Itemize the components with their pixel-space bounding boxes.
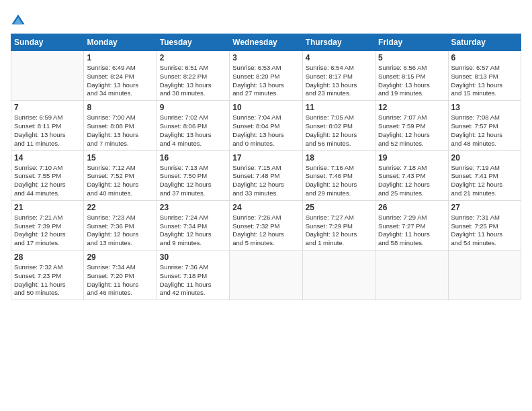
day-info: and 15 minutes.	[451, 89, 518, 98]
day-number: 6	[451, 53, 518, 62]
day-info: Daylight: 12 hours	[306, 131, 372, 140]
day-info: and 50 minutes.	[14, 289, 81, 298]
day-info: Daylight: 13 hours	[87, 81, 153, 90]
day-info: Sunset: 7:20 PM	[87, 272, 153, 281]
day-info: Sunrise: 6:53 AM	[232, 64, 299, 73]
day-info: Sunset: 8:17 PM	[306, 73, 372, 81]
day-number: 12	[378, 103, 445, 112]
day-info: Daylight: 12 hours	[87, 230, 153, 239]
day-info: Daylight: 11 hours	[87, 281, 153, 289]
day-info: Daylight: 13 hours	[87, 131, 153, 140]
day-info: Sunset: 7:41 PM	[451, 172, 518, 181]
day-info: Daylight: 12 hours	[14, 181, 81, 189]
day-info: Sunset: 8:22 PM	[160, 73, 226, 81]
day-info: Sunset: 7:50 PM	[160, 172, 226, 181]
day-info: Sunset: 7:32 PM	[232, 222, 299, 231]
header	[11, 11, 521, 28]
day-number: 20	[451, 153, 518, 163]
day-info: Sunset: 7:34 PM	[160, 222, 226, 231]
day-info: and 44 minutes.	[14, 189, 81, 198]
day-info: Daylight: 12 hours	[87, 181, 153, 189]
day-info: and 9 minutes.	[160, 239, 226, 248]
calendar-cell	[11, 51, 84, 101]
day-info: Daylight: 13 hours	[232, 131, 299, 140]
day-info: Sunset: 7:43 PM	[378, 172, 445, 181]
week-row-1: 1Sunrise: 6:49 AMSunset: 8:24 PMDaylight…	[11, 51, 521, 101]
day-info: and 7 minutes.	[87, 140, 153, 148]
day-info: Sunrise: 7:31 AM	[451, 214, 518, 222]
day-info: and 29 minutes.	[306, 189, 372, 198]
day-info: Daylight: 12 hours	[451, 131, 518, 140]
day-info: Daylight: 11 hours	[14, 281, 81, 289]
day-info: Sunrise: 7:07 AM	[378, 113, 445, 122]
day-info: Daylight: 13 hours	[306, 81, 372, 90]
day-info: Sunrise: 7:32 AM	[14, 263, 81, 272]
calendar-cell: 19Sunrise: 7:18 AMSunset: 7:43 PMDayligh…	[375, 150, 448, 200]
day-info: Sunset: 8:04 PM	[232, 122, 299, 131]
day-number: 16	[160, 153, 226, 163]
calendar-cell: 1Sunrise: 6:49 AMSunset: 8:24 PMDaylight…	[84, 51, 157, 101]
calendar-cell: 22Sunrise: 7:23 AMSunset: 7:36 PMDayligh…	[84, 200, 157, 250]
day-info: Daylight: 11 hours	[378, 230, 445, 239]
calendar-cell: 12Sunrise: 7:07 AMSunset: 7:59 PMDayligh…	[375, 101, 448, 150]
weekday-header-monday: Monday	[84, 34, 157, 51]
day-info: and 34 minutes.	[87, 89, 153, 98]
day-info: Daylight: 13 hours	[160, 81, 226, 90]
day-info: Sunrise: 7:21 AM	[14, 214, 81, 222]
calendar-cell: 10Sunrise: 7:04 AMSunset: 8:04 PMDayligh…	[230, 101, 302, 150]
day-info: Daylight: 12 hours	[232, 181, 299, 189]
day-info: Sunset: 7:18 PM	[160, 272, 226, 281]
day-info: Sunrise: 7:23 AM	[87, 214, 153, 222]
day-info: Sunrise: 7:19 AM	[451, 164, 518, 173]
day-info: Sunrise: 7:05 AM	[306, 113, 372, 122]
day-number: 19	[378, 153, 445, 163]
day-number: 23	[160, 203, 226, 212]
day-info: Sunset: 7:57 PM	[451, 122, 518, 131]
calendar-cell: 16Sunrise: 7:13 AMSunset: 7:50 PMDayligh…	[157, 150, 229, 200]
weekday-header-tuesday: Tuesday	[157, 34, 229, 51]
day-info: Sunrise: 6:57 AM	[451, 64, 518, 73]
day-number: 30	[160, 253, 226, 262]
weekday-header-sunday: Sunday	[11, 34, 84, 51]
day-info: Daylight: 12 hours	[306, 181, 372, 189]
day-info: Daylight: 13 hours	[451, 81, 518, 90]
day-info: and 58 minutes.	[378, 239, 445, 248]
day-info: Daylight: 13 hours	[232, 81, 299, 90]
day-number: 21	[14, 203, 81, 212]
day-info: Sunset: 7:52 PM	[87, 172, 153, 181]
day-info: Daylight: 13 hours	[160, 131, 226, 140]
calendar-cell: 25Sunrise: 7:27 AMSunset: 7:29 PMDayligh…	[302, 200, 375, 250]
calendar-cell	[302, 250, 375, 300]
calendar-cell: 4Sunrise: 6:54 AMSunset: 8:17 PMDaylight…	[302, 51, 375, 101]
day-info: and 19 minutes.	[378, 89, 445, 98]
day-info: and 5 minutes.	[232, 239, 299, 248]
day-info: and 33 minutes.	[232, 189, 299, 198]
day-info: and 42 minutes.	[160, 289, 226, 298]
day-info: Daylight: 12 hours	[14, 230, 81, 239]
day-info: Sunset: 7:55 PM	[14, 172, 81, 181]
calendar-cell: 27Sunrise: 7:31 AMSunset: 7:25 PMDayligh…	[448, 200, 521, 250]
day-info: Sunrise: 7:08 AM	[451, 113, 518, 122]
day-number: 13	[451, 103, 518, 112]
day-number: 18	[306, 153, 372, 163]
day-number: 8	[87, 103, 153, 112]
day-info: Daylight: 12 hours	[378, 131, 445, 140]
day-info: Sunset: 7:46 PM	[306, 172, 372, 181]
day-info: and 40 minutes.	[87, 189, 153, 198]
day-number: 4	[306, 53, 372, 62]
day-info: Sunset: 8:13 PM	[451, 73, 518, 81]
calendar-cell: 6Sunrise: 6:57 AMSunset: 8:13 PMDaylight…	[448, 51, 521, 101]
day-number: 11	[306, 103, 372, 112]
day-info: and 0 minutes.	[232, 140, 299, 148]
day-info: and 56 minutes.	[306, 140, 372, 148]
day-info: Daylight: 13 hours	[378, 81, 445, 90]
day-info: Sunrise: 6:51 AM	[160, 64, 226, 73]
day-info: and 4 minutes.	[160, 140, 226, 148]
day-info: Sunrise: 7:00 AM	[87, 113, 153, 122]
calendar-cell: 2Sunrise: 6:51 AMSunset: 8:22 PMDaylight…	[157, 51, 229, 101]
day-info: and 17 minutes.	[14, 239, 81, 248]
day-info: Sunrise: 6:49 AM	[87, 64, 153, 73]
day-number: 5	[378, 53, 445, 62]
day-info: and 11 minutes.	[14, 140, 81, 148]
day-info: Sunset: 7:25 PM	[451, 222, 518, 231]
